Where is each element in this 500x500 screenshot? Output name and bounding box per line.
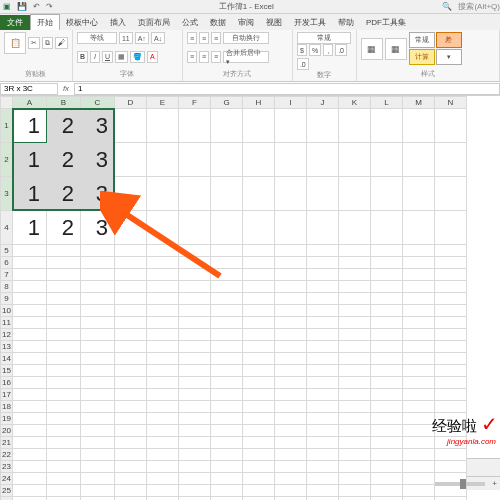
cell[interactable] xyxy=(307,425,339,437)
cell[interactable] xyxy=(13,281,47,293)
cell[interactable] xyxy=(403,245,435,257)
row-16[interactable]: 16 xyxy=(1,377,13,389)
cell[interactable] xyxy=(81,425,115,437)
row-26[interactable]: 26 xyxy=(1,497,13,501)
redo-icon[interactable]: ↷ xyxy=(43,2,56,11)
cell[interactable] xyxy=(435,341,467,353)
cell[interactable] xyxy=(211,389,243,401)
cell[interactable] xyxy=(47,341,81,353)
cell[interactable] xyxy=(13,377,47,389)
style-bad[interactable]: 差 xyxy=(436,32,462,48)
cell[interactable] xyxy=(435,305,467,317)
cell[interactable] xyxy=(371,497,403,501)
cell[interactable] xyxy=(13,365,47,377)
cell[interactable] xyxy=(243,257,275,269)
cell[interactable] xyxy=(147,497,179,501)
cell[interactable] xyxy=(339,449,371,461)
cell[interactable] xyxy=(243,485,275,497)
dec-decimal-button[interactable]: .0 xyxy=(297,58,309,70)
copy-button[interactable]: ⧉ xyxy=(42,37,53,49)
inc-decimal-button[interactable]: .0 xyxy=(335,44,347,56)
font-shrink-button[interactable]: A↓ xyxy=(151,32,165,44)
cell[interactable] xyxy=(339,425,371,437)
row-23[interactable]: 23 xyxy=(1,461,13,473)
cell[interactable] xyxy=(13,425,47,437)
col-J[interactable]: J xyxy=(307,97,339,109)
cell[interactable] xyxy=(47,269,81,281)
cell[interactable] xyxy=(275,485,307,497)
cell[interactable] xyxy=(211,269,243,281)
cell[interactable] xyxy=(179,317,211,329)
cell[interactable] xyxy=(339,177,371,211)
cell[interactable] xyxy=(179,341,211,353)
cell[interactable] xyxy=(115,449,147,461)
formula-input[interactable]: 1 xyxy=(74,83,500,95)
cell[interactable] xyxy=(371,329,403,341)
cell[interactable] xyxy=(81,473,115,485)
cell[interactable] xyxy=(211,461,243,473)
cell[interactable] xyxy=(115,437,147,449)
cell[interactable] xyxy=(339,269,371,281)
cell[interactable] xyxy=(115,425,147,437)
row-21[interactable]: 21 xyxy=(1,437,13,449)
cell[interactable] xyxy=(339,497,371,501)
row-19[interactable]: 19 xyxy=(1,413,13,425)
cell[interactable] xyxy=(339,211,371,245)
col-H[interactable]: H xyxy=(243,97,275,109)
cell[interactable] xyxy=(147,413,179,425)
currency-button[interactable]: $ xyxy=(297,44,307,56)
cell[interactable] xyxy=(81,461,115,473)
cell[interactable] xyxy=(243,377,275,389)
cell[interactable] xyxy=(403,425,435,437)
cell[interactable] xyxy=(13,257,47,269)
cell[interactable] xyxy=(307,485,339,497)
cell[interactable] xyxy=(275,281,307,293)
cell[interactable] xyxy=(307,461,339,473)
align-left-button[interactable]: ≡ xyxy=(187,51,197,63)
row-13[interactable]: 13 xyxy=(1,341,13,353)
col-I[interactable]: I xyxy=(275,97,307,109)
cell-C3[interactable]: 3 xyxy=(81,177,115,211)
cell[interactable] xyxy=(147,177,179,211)
bold-button[interactable]: B xyxy=(77,51,88,63)
cell[interactable] xyxy=(339,329,371,341)
row-7[interactable]: 7 xyxy=(1,269,13,281)
cell[interactable] xyxy=(13,485,47,497)
style-normal[interactable]: 常规 xyxy=(409,32,435,48)
cell[interactable] xyxy=(211,177,243,211)
cell[interactable] xyxy=(147,245,179,257)
cell[interactable] xyxy=(371,293,403,305)
tab-insert[interactable]: 插入 xyxy=(104,15,132,30)
cell[interactable] xyxy=(147,143,179,177)
cell[interactable] xyxy=(339,317,371,329)
cell[interactable] xyxy=(435,449,467,461)
cell[interactable] xyxy=(435,461,467,473)
cell[interactable] xyxy=(371,461,403,473)
cell[interactable] xyxy=(275,473,307,485)
cell[interactable] xyxy=(243,413,275,425)
cell[interactable] xyxy=(13,317,47,329)
cell[interactable] xyxy=(211,449,243,461)
cell[interactable] xyxy=(275,257,307,269)
cell[interactable] xyxy=(211,317,243,329)
cell[interactable] xyxy=(211,281,243,293)
cell[interactable] xyxy=(115,177,147,211)
cell[interactable] xyxy=(435,269,467,281)
search-label[interactable]: 搜索(Alt+Q) xyxy=(458,1,500,12)
cell-B1[interactable]: 2 xyxy=(47,109,81,143)
cell[interactable] xyxy=(115,109,147,143)
font-color-button[interactable]: A xyxy=(147,51,158,63)
cell[interactable] xyxy=(47,329,81,341)
cell[interactable] xyxy=(13,473,47,485)
cell[interactable] xyxy=(435,317,467,329)
cell[interactable] xyxy=(179,177,211,211)
cell[interactable] xyxy=(179,425,211,437)
cell[interactable] xyxy=(275,109,307,143)
cell[interactable] xyxy=(147,269,179,281)
tab-layout[interactable]: 页面布局 xyxy=(132,15,176,30)
cell[interactable] xyxy=(371,341,403,353)
tab-pdf[interactable]: PDF工具集 xyxy=(360,15,412,30)
cell[interactable] xyxy=(211,401,243,413)
cell[interactable] xyxy=(403,293,435,305)
row-6[interactable]: 6 xyxy=(1,257,13,269)
